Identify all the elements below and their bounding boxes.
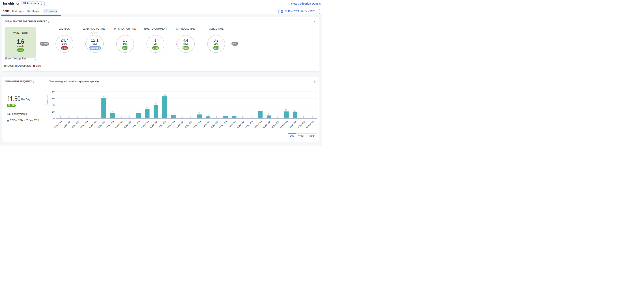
- svg-text:05 Jan 2025: 05 Jan 2025: [306, 120, 314, 129]
- svg-text:09 Dec 2024: 09 Dec 2024: [71, 120, 80, 129]
- svg-text:0: 0: [53, 117, 54, 120]
- svg-text:30 Dec 2024: 30 Dec 2024: [254, 120, 262, 129]
- svg-text:7: 7: [234, 114, 235, 116]
- svg-text:17 Dec 2024: 17 Dec 2024: [140, 120, 149, 129]
- svg-text:21 Dec 2024: 21 Dec 2024: [176, 120, 184, 129]
- svg-text:8: 8: [225, 113, 226, 116]
- svg-text:17: 17: [138, 110, 140, 112]
- svg-text:0: 0: [68, 116, 70, 118]
- svg-text:12: 12: [198, 112, 200, 114]
- svg-text:21: 21: [285, 109, 288, 111]
- svg-text:0: 0: [242, 116, 244, 118]
- svg-text:01 Jan 2025: 01 Jan 2025: [271, 120, 280, 129]
- svg-text:80: 80: [52, 91, 55, 93]
- svg-text:23 Dec 2024: 23 Dec 2024: [193, 120, 201, 129]
- svg-text:16 Dec 2024: 16 Dec 2024: [132, 120, 140, 129]
- svg-text:Deployments: Deployments: [46, 95, 48, 105]
- svg-text:14 Dec 2024: 14 Dec 2024: [114, 120, 123, 129]
- svg-text:07 Dec 2024: 07 Dec 2024: [54, 120, 62, 129]
- svg-text:0: 0: [303, 116, 304, 118]
- svg-text:0: 0: [182, 116, 183, 118]
- svg-text:16: 16: [111, 111, 114, 113]
- svg-text:0: 0: [190, 116, 191, 118]
- svg-text:60: 60: [52, 97, 55, 100]
- svg-text:15 Dec 2024: 15 Dec 2024: [123, 120, 132, 129]
- svg-text:20 Dec 2024: 20 Dec 2024: [167, 120, 175, 129]
- svg-text:0: 0: [77, 116, 78, 118]
- svg-text:08 Dec 2024: 08 Dec 2024: [62, 120, 71, 129]
- svg-text:40: 40: [155, 103, 157, 105]
- svg-text:19: 19: [294, 110, 296, 112]
- svg-text:0: 0: [86, 116, 87, 118]
- svg-text:04 Jan 2025: 04 Jan 2025: [297, 120, 306, 129]
- svg-text:0: 0: [251, 116, 252, 118]
- svg-text:2: 2: [94, 116, 96, 118]
- svg-text:11: 11: [172, 112, 174, 115]
- svg-text:10 Dec 2024: 10 Dec 2024: [80, 120, 88, 129]
- svg-text:22 Dec 2024: 22 Dec 2024: [184, 120, 192, 129]
- svg-text:26 Dec 2024: 26 Dec 2024: [219, 120, 228, 129]
- svg-text:0: 0: [312, 116, 313, 118]
- svg-text:20: 20: [52, 111, 55, 113]
- svg-text:9: 9: [268, 113, 270, 115]
- svg-text:0: 0: [120, 116, 122, 118]
- svg-text:27 Dec 2024: 27 Dec 2024: [228, 120, 236, 129]
- svg-text:18 Dec 2024: 18 Dec 2024: [149, 120, 158, 129]
- svg-text:0: 0: [60, 116, 61, 118]
- svg-text:6: 6: [208, 114, 209, 116]
- svg-text:62: 62: [103, 95, 105, 97]
- svg-text:0: 0: [129, 116, 130, 118]
- svg-text:12 Dec 2024: 12 Dec 2024: [97, 120, 106, 129]
- svg-text:02 Jan 2025: 02 Jan 2025: [280, 120, 288, 129]
- svg-text:40: 40: [52, 104, 55, 106]
- svg-text:66: 66: [164, 94, 166, 96]
- svg-text:13 Dec 2024: 13 Dec 2024: [106, 120, 114, 129]
- svg-text:31 Dec 2024: 31 Dec 2024: [262, 120, 271, 129]
- svg-text:24 Dec 2024: 24 Dec 2024: [202, 120, 210, 129]
- svg-text:0: 0: [277, 116, 278, 118]
- svg-text:29 Dec 2024: 29 Dec 2024: [245, 120, 254, 129]
- svg-text:0: 0: [216, 116, 218, 118]
- svg-text:23: 23: [259, 108, 262, 111]
- svg-text:28 Dec 2024: 28 Dec 2024: [236, 120, 245, 129]
- svg-text:11 Dec 2024: 11 Dec 2024: [88, 120, 97, 129]
- svg-text:29: 29: [146, 106, 148, 108]
- svg-text:19 Dec 2024: 19 Dec 2024: [158, 120, 166, 129]
- svg-text:25 Dec 2024: 25 Dec 2024: [210, 120, 219, 129]
- svg-text:03 Jan 2025: 03 Jan 2025: [288, 120, 297, 129]
